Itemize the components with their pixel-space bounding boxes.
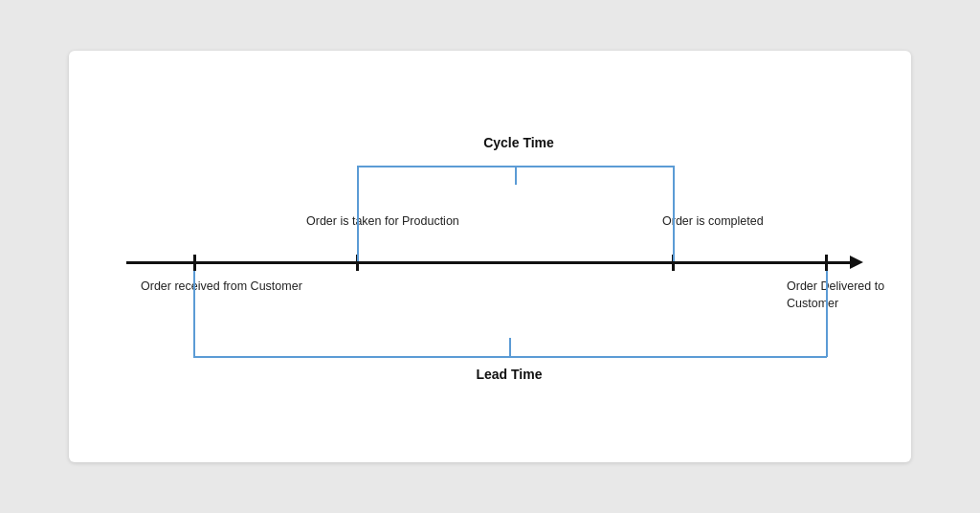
diagram-card: Order received from Customer Order is ta… — [69, 51, 911, 462]
label-order-taken: Order is taken for Production — [306, 213, 459, 231]
cycle-bracket-center-tick — [515, 166, 517, 185]
cycle-time-label: Cycle Time — [442, 135, 595, 150]
timeline-line — [126, 261, 854, 264]
cycle-bracket-left — [357, 166, 359, 261]
lead-bracket-center-tick — [509, 338, 511, 357]
lead-bracket-left — [193, 271, 195, 357]
label-order-received: Order received from Customer — [141, 279, 302, 296]
label-order-delivered: Order Delivered to Customer — [787, 279, 911, 312]
label-order-completed: Order is completed — [662, 213, 764, 231]
lead-bracket-right — [826, 271, 828, 357]
cycle-bracket-right — [673, 166, 675, 261]
lead-time-label: Lead Time — [437, 367, 581, 382]
tick-order-delivered — [825, 255, 828, 271]
tick-order-received — [193, 255, 196, 271]
